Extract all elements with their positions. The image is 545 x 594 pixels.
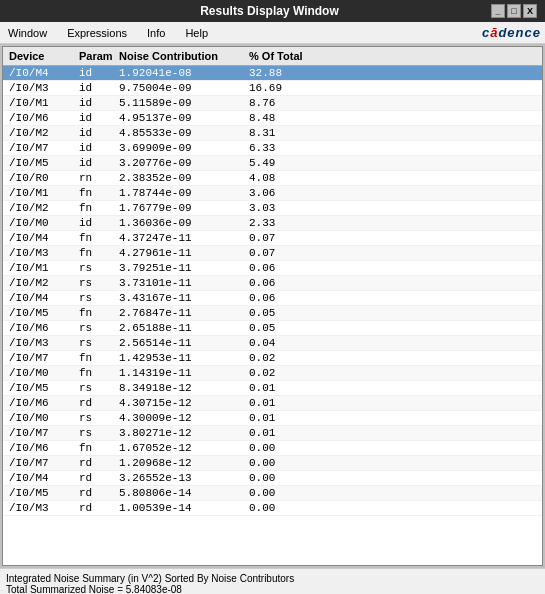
- table-row[interactable]: /I0/R0 rn 2.38352e-09 4.08: [3, 171, 542, 186]
- table-row[interactable]: /I0/M1 rs 3.79251e-11 0.06: [3, 261, 542, 276]
- cell-noise: 3.20776e-09: [117, 157, 247, 169]
- menu-items: Window Expressions Info Help: [4, 26, 212, 40]
- table-row[interactable]: /I0/M3 rs 2.56514e-11 0.04: [3, 336, 542, 351]
- table-row[interactable]: /I0/M6 id 4.95137e-09 8.48: [3, 111, 542, 126]
- table-row[interactable]: /I0/M3 rd 1.00539e-14 0.00: [3, 501, 542, 516]
- cell-param: id: [77, 112, 117, 124]
- menu-info[interactable]: Info: [143, 26, 169, 40]
- cell-device: /I0/M4: [7, 472, 77, 484]
- table-row[interactable]: /I0/M2 id 4.85533e-09 8.31: [3, 126, 542, 141]
- cell-device: /I0/M6: [7, 397, 77, 409]
- table-row[interactable]: /I0/M0 fn 1.14319e-11 0.02: [3, 366, 542, 381]
- cell-pct: 0.06: [247, 262, 327, 274]
- menu-help[interactable]: Help: [181, 26, 212, 40]
- cell-param: id: [77, 67, 117, 79]
- table-row[interactable]: /I0/M0 rs 4.30009e-12 0.01: [3, 411, 542, 426]
- table-row[interactable]: /I0/M7 id 3.69909e-09 6.33: [3, 141, 542, 156]
- cell-device: /I0/M4: [7, 232, 77, 244]
- title-bar: Results Display Window _ □ X: [0, 0, 545, 22]
- cell-param: rs: [77, 412, 117, 424]
- cell-pct: 16.69: [247, 82, 327, 94]
- cell-device: /I0/M3: [7, 82, 77, 94]
- cell-pct: 5.49: [247, 157, 327, 169]
- cell-device: /I0/M7: [7, 142, 77, 154]
- cell-device: /I0/M4: [7, 67, 77, 79]
- table-row[interactable]: /I0/M4 fn 4.37247e-11 0.07: [3, 231, 542, 246]
- cell-param: id: [77, 127, 117, 139]
- menu-window[interactable]: Window: [4, 26, 51, 40]
- cell-noise: 4.27961e-11: [117, 247, 247, 259]
- cell-pct: 8.48: [247, 112, 327, 124]
- cell-noise: 5.11589e-09: [117, 97, 247, 109]
- cell-pct: 0.01: [247, 412, 327, 424]
- cell-noise: 5.80806e-14: [117, 487, 247, 499]
- table-row[interactable]: /I0/M6 rs 2.65188e-11 0.05: [3, 321, 542, 336]
- cell-noise: 1.14319e-11: [117, 367, 247, 379]
- cell-noise: 1.36036e-09: [117, 217, 247, 229]
- maximize-button[interactable]: □: [507, 4, 521, 18]
- table-row[interactable]: /I0/M1 fn 1.78744e-09 3.06: [3, 186, 542, 201]
- cell-param: fn: [77, 187, 117, 199]
- table-row[interactable]: /I0/M5 rd 5.80806e-14 0.00: [3, 486, 542, 501]
- table-row[interactable]: /I0/M2 fn 1.76779e-09 3.03: [3, 201, 542, 216]
- table-row[interactable]: /I0/M5 id 3.20776e-09 5.49: [3, 156, 542, 171]
- menu-bar: Window Expressions Info Help cādence: [0, 22, 545, 44]
- cell-param: rd: [77, 502, 117, 514]
- cell-param: rn: [77, 172, 117, 184]
- cell-device: /I0/M2: [7, 127, 77, 139]
- col-param: Param: [77, 49, 117, 63]
- cell-pct: 6.33: [247, 142, 327, 154]
- cell-device: /I0/M7: [7, 427, 77, 439]
- table-row[interactable]: /I0/M6 fn 1.67052e-12 0.00: [3, 441, 542, 456]
- table-row[interactable]: /I0/M5 rs 8.34918e-12 0.01: [3, 381, 542, 396]
- menu-expressions[interactable]: Expressions: [63, 26, 131, 40]
- cell-noise: 3.69909e-09: [117, 142, 247, 154]
- cell-device: /I0/M4: [7, 292, 77, 304]
- table-row[interactable]: /I0/M3 id 9.75004e-09 16.69: [3, 81, 542, 96]
- cell-noise: 2.56514e-11: [117, 337, 247, 349]
- table-row[interactable]: /I0/M4 id 1.92041e-08 32.88: [3, 66, 542, 81]
- cell-noise: 3.80271e-12: [117, 427, 247, 439]
- table-row[interactable]: /I0/M2 rs 3.73101e-11 0.06: [3, 276, 542, 291]
- table-row[interactable]: /I0/M4 rs 3.43167e-11 0.06: [3, 291, 542, 306]
- cell-param: fn: [77, 232, 117, 244]
- cell-param: rs: [77, 382, 117, 394]
- cell-param: rd: [77, 487, 117, 499]
- cell-device: /I0/M3: [7, 337, 77, 349]
- cell-param: fn: [77, 352, 117, 364]
- cell-param: rs: [77, 262, 117, 274]
- table-row[interactable]: /I0/M7 rd 1.20968e-12 0.00: [3, 456, 542, 471]
- close-button[interactable]: X: [523, 4, 537, 18]
- minimize-button[interactable]: _: [491, 4, 505, 18]
- table-row[interactable]: /I0/M4 rd 3.26552e-13 0.00: [3, 471, 542, 486]
- table-row[interactable]: /I0/M3 fn 4.27961e-11 0.07: [3, 246, 542, 261]
- table-row[interactable]: /I0/M7 rs 3.80271e-12 0.01: [3, 426, 542, 441]
- cell-noise: 4.30009e-12: [117, 412, 247, 424]
- cell-device: /I0/M5: [7, 382, 77, 394]
- footer-line1: Integrated Noise Summary (in V^2) Sorted…: [6, 573, 539, 584]
- cell-device: /I0/M7: [7, 352, 77, 364]
- table-row[interactable]: /I0/M1 id 5.11589e-09 8.76: [3, 96, 542, 111]
- cell-pct: 0.02: [247, 352, 327, 364]
- cell-param: fn: [77, 442, 117, 454]
- table-row[interactable]: /I0/M6 rd 4.30715e-12 0.01: [3, 396, 542, 411]
- cell-pct: 32.88: [247, 67, 327, 79]
- cell-param: fn: [77, 367, 117, 379]
- table-body: /I0/M4 id 1.92041e-08 32.88 /I0/M3 id 9.…: [3, 66, 542, 516]
- cell-pct: 2.33: [247, 217, 327, 229]
- cell-noise: 3.79251e-11: [117, 262, 247, 274]
- cell-pct: 0.01: [247, 397, 327, 409]
- cell-noise: 3.26552e-13: [117, 472, 247, 484]
- cell-param: rs: [77, 427, 117, 439]
- cell-param: fn: [77, 202, 117, 214]
- cell-pct: 4.08: [247, 172, 327, 184]
- cell-noise: 1.78744e-09: [117, 187, 247, 199]
- table-row[interactable]: /I0/M0 id 1.36036e-09 2.33: [3, 216, 542, 231]
- cell-param: rs: [77, 337, 117, 349]
- table-row[interactable]: /I0/M5 fn 2.76847e-11 0.05: [3, 306, 542, 321]
- cell-device: /I0/M1: [7, 97, 77, 109]
- cell-param: rd: [77, 472, 117, 484]
- cell-param: id: [77, 142, 117, 154]
- table-row[interactable]: /I0/M7 fn 1.42953e-11 0.02: [3, 351, 542, 366]
- cell-device: /I0/M5: [7, 487, 77, 499]
